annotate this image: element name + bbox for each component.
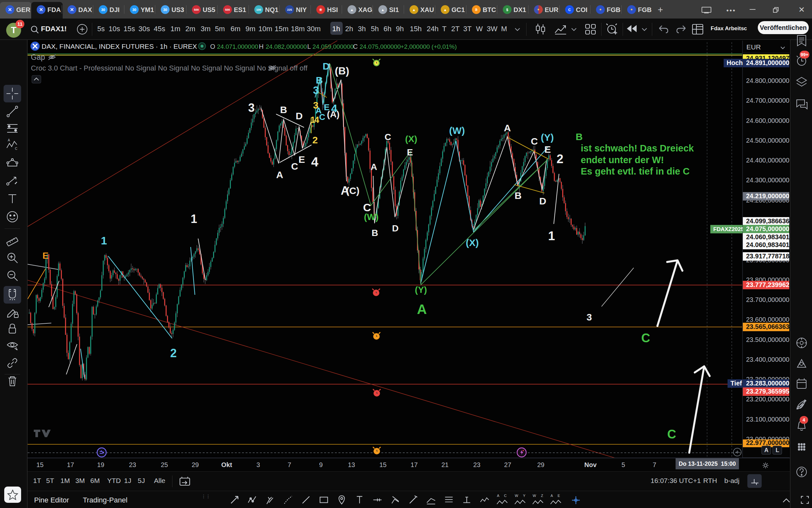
svg-text:23.600,000000: 23.600,000000 <box>746 316 789 323</box>
svg-text:(W): (W) <box>449 125 465 136</box>
svg-text:23.283,000000: 23.283,000000 <box>746 380 789 387</box>
svg-text:(Y): (Y) <box>415 285 427 295</box>
svg-text:A: A <box>417 302 427 317</box>
svg-text:D: D <box>539 196 546 206</box>
svg-text:24.700,000000: 24.700,000000 <box>746 97 789 104</box>
svg-text:(X): (X) <box>466 237 479 248</box>
svg-text:2: 2 <box>170 346 177 360</box>
svg-text:H: H <box>259 43 264 50</box>
svg-text:B: B <box>280 104 287 115</box>
svg-text:E: E <box>544 144 551 155</box>
svg-text:24.800,000000: 24.800,000000 <box>746 77 789 84</box>
svg-text:Hoch: Hoch <box>727 59 743 66</box>
svg-text:D: D <box>296 111 303 121</box>
svg-text:(W): (W) <box>364 212 378 222</box>
svg-text:C: C <box>385 132 391 142</box>
svg-text:1: 1 <box>191 212 197 225</box>
svg-text:C: C <box>291 161 298 172</box>
svg-text:+2,000000 (+0,01%): +2,000000 (+0,01%) <box>400 43 457 50</box>
svg-text:(C): (C) <box>346 185 360 196</box>
svg-text:24.060,983401: 24.060,983401 <box>746 234 789 241</box>
svg-text:C: C <box>531 136 538 146</box>
svg-text:E: E <box>407 147 413 157</box>
svg-text:24.075,000000: 24.075,000000 <box>746 225 789 232</box>
svg-text:B: B <box>372 228 378 238</box>
svg-text:24.059,000000: 24.059,000000 <box>313 43 354 50</box>
svg-text:24.219,000000: 24.219,000000 <box>746 193 789 200</box>
svg-text:E: E <box>324 102 329 112</box>
svg-text:3: 3 <box>248 101 255 115</box>
svg-text:24.071,000000: 24.071,000000 <box>217 43 258 50</box>
svg-text:(Y): (Y) <box>541 132 554 143</box>
svg-text:23.565,066363: 23.565,066363 <box>746 323 789 330</box>
svg-text:L: L <box>776 447 779 453</box>
svg-text:4: 4 <box>311 155 319 169</box>
svg-text:A: A <box>764 447 768 453</box>
svg-text:24.400,000000: 24.400,000000 <box>746 157 789 164</box>
svg-text:D: D <box>323 61 330 72</box>
svg-text:C: C <box>15 147 17 151</box>
svg-text:B: B <box>515 190 522 201</box>
svg-text:24.300,000000: 24.300,000000 <box>746 176 789 184</box>
svg-text:23.700,000000: 23.700,000000 <box>746 296 789 303</box>
svg-text:ist schwach! Das Dreieck: ist schwach! Das Dreieck <box>581 143 694 154</box>
svg-text:E: E <box>43 251 49 261</box>
svg-text:Gap: Gap <box>31 53 45 61</box>
svg-text:EUR: EUR <box>747 43 761 51</box>
svg-text:4: 4 <box>331 102 337 115</box>
svg-text:24.060,983401: 24.060,983401 <box>746 241 789 248</box>
svg-text:C: C <box>353 43 357 50</box>
svg-text:2: 2 <box>313 134 318 145</box>
svg-text:E: E <box>298 154 305 165</box>
svg-text:3: 3 <box>586 312 592 323</box>
svg-text:1: 1 <box>548 229 555 243</box>
svg-text:23.279,365995: 23.279,365995 <box>746 388 789 395</box>
svg-text:O: O <box>210 43 216 50</box>
svg-text:24.099,386636: 24.099,386636 <box>746 217 789 224</box>
svg-text:23.100,000000: 23.100,000000 <box>746 416 789 423</box>
svg-text:23.400,000000: 23.400,000000 <box>746 356 789 363</box>
svg-text:A: A <box>276 169 283 180</box>
svg-text:(B): (B) <box>335 65 349 77</box>
svg-text:23.500,000000: 23.500,000000 <box>746 336 789 343</box>
svg-text:C: C <box>667 427 676 441</box>
svg-text:FDAXZ2025: FDAXZ2025 <box>713 226 744 232</box>
svg-text:4: 4 <box>314 115 319 125</box>
svg-text:24.500,000000: 24.500,000000 <box>746 137 789 144</box>
svg-text:D: D <box>392 223 398 234</box>
svg-text:Croc 3.0 Chart - Professional: Croc 3.0 Chart - Professional No Signal … <box>31 64 307 72</box>
svg-text:24.891,000000: 24.891,000000 <box>746 59 789 66</box>
svg-text:24.600,000000: 24.600,000000 <box>746 117 789 124</box>
svg-text:Tief: Tief <box>730 380 742 387</box>
svg-text:endet unter der W!: endet unter der W! <box>581 155 664 165</box>
svg-text:DAX, FINANCIAL, INDEX FUTURES: DAX, FINANCIAL, INDEX FUTURES · 1h · EUR… <box>42 43 197 50</box>
svg-text:A: A <box>8 138 10 142</box>
svg-text:2: 2 <box>556 152 563 166</box>
svg-text:24.082,000000: 24.082,000000 <box>266 43 307 50</box>
svg-text:(X): (X) <box>405 134 417 144</box>
svg-text:3: 3 <box>313 84 319 96</box>
svg-text:23.200,000000: 23.200,000000 <box>746 395 789 403</box>
svg-text:L: L <box>307 43 311 50</box>
svg-text:3: 3 <box>313 100 319 111</box>
svg-text:24.075,000000: 24.075,000000 <box>360 43 401 50</box>
svg-text:B: B <box>576 131 583 142</box>
svg-text:22.977,000000: 22.977,000000 <box>746 439 789 446</box>
svg-text:A: A <box>504 123 511 133</box>
svg-text:1: 1 <box>101 234 107 247</box>
svg-text:A: A <box>371 162 377 172</box>
svg-text:Es geht evtl. tief in die C: Es geht evtl. tief in die C <box>581 166 689 176</box>
svg-text:C: C <box>641 331 650 345</box>
svg-text:C: C <box>319 112 326 122</box>
svg-text:23.777,239962: 23.777,239962 <box>746 281 789 288</box>
svg-text:23.917,778718: 23.917,778718 <box>746 253 789 260</box>
